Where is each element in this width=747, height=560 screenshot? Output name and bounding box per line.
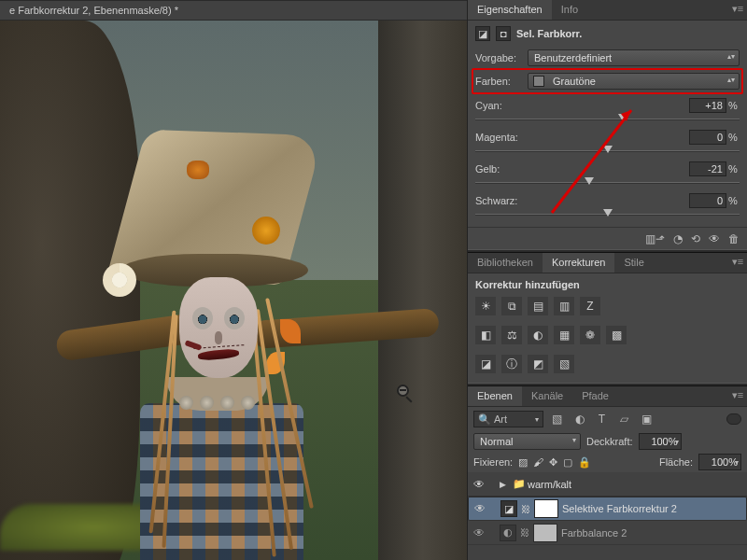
preset-label: Vorgabe: <box>475 52 522 63</box>
adjustment-preset-button[interactable]: ❁ <box>580 326 600 344</box>
filter-smart-icon[interactable]: ▣ <box>639 411 655 427</box>
swatch-icon <box>533 76 544 87</box>
slider-track[interactable] <box>475 113 740 126</box>
adjustment-preset-button[interactable]: ◧ <box>475 326 496 344</box>
adjustment-preset-button[interactable]: ⓘ <box>501 355 522 373</box>
adjustment-preset-button[interactable]: ▩ <box>606 326 627 344</box>
adjust-icon: ◐ <box>500 525 516 541</box>
properties-footer: ▥⬏ ◔ ⟲ 👁 🗑 <box>468 227 747 249</box>
visibility-icon[interactable]: 👁 <box>472 526 486 539</box>
tab-paths[interactable]: Pfade <box>572 386 618 406</box>
lock-label: Fixieren: <box>473 456 513 468</box>
colors-label: Farben: <box>475 76 522 87</box>
adjustment-preset-button[interactable]: ⧉ <box>501 297 522 315</box>
tab-styles[interactable]: Stile <box>614 253 653 273</box>
tab-libraries[interactable]: Bibliotheken <box>468 253 543 273</box>
layer-mask-thumb[interactable] <box>534 499 558 518</box>
clip-to-layer-button[interactable]: ▥⬏ <box>645 232 665 245</box>
filter-type-icon[interactable]: T <box>594 411 611 427</box>
adjustment-preset-button[interactable]: ▧ <box>554 355 574 373</box>
layer-mask-thumb[interactable] <box>533 524 557 542</box>
disclosure-icon[interactable]: ▶ <box>500 480 509 489</box>
tab-properties[interactable]: Eigenschaften <box>468 0 552 20</box>
colors-select[interactable]: Grautöne▴▾ <box>528 73 740 90</box>
folder-icon: 📁 <box>513 478 524 490</box>
tab-layers[interactable]: Ebenen <box>468 386 522 406</box>
blend-mode-select[interactable]: Normal▾ <box>473 433 581 450</box>
fill-input[interactable]: 100%▾ <box>698 454 741 470</box>
lock-artboard-icon[interactable]: ▢ <box>563 456 572 469</box>
add-adjustment-label: Korrektur hinzufügen <box>475 279 740 290</box>
layer-row[interactable]: 👁 ◐ ⛓ Farbbalance 2 <box>468 521 747 545</box>
mask-icon[interactable]: ◘ <box>496 26 511 41</box>
slider-thumb[interactable] <box>603 209 613 217</box>
filter-toggle[interactable] <box>726 413 741 425</box>
panel-menu-icon[interactable]: ▾≡ <box>728 253 747 273</box>
visibility-icon[interactable]: 👁 <box>472 502 487 515</box>
previous-state-button[interactable]: ◔ <box>673 232 683 245</box>
tab-channels[interactable]: Kanäle <box>522 386 572 406</box>
adjustment-preset-button[interactable]: ▥ <box>554 297 574 315</box>
slider-label: Schwarz: <box>475 195 689 206</box>
fill-label: Fläche: <box>659 456 693 468</box>
opacity-input[interactable]: 100%▾ <box>639 433 682 450</box>
tab-adjustments[interactable]: Korrekturen <box>543 253 614 273</box>
adjustment-preset-button[interactable]: ◩ <box>528 355 548 373</box>
layer-name[interactable]: Selektive Farbkorrektur 2 <box>562 503 742 514</box>
panels-column: Eigenschaften Info ▾≡ ◪ ◘ Sel. Farbkorr.… <box>467 0 747 560</box>
layer-filter-bar: 🔍Art▾ ▧ ◐ T ▱ ▣ <box>468 407 747 431</box>
slider-track[interactable] <box>475 145 740 158</box>
document-area: e Farbkorrektur 2, Ebenenmaske/8) * <box>0 0 467 560</box>
slider-thumb[interactable] <box>603 146 613 153</box>
layer-filter-select[interactable]: 🔍Art▾ <box>473 411 543 427</box>
visibility-toggle[interactable]: 👁 <box>709 232 720 245</box>
lock-all-icon[interactable]: 🔒 <box>578 456 591 469</box>
reset-button[interactable]: ⟲ <box>691 232 700 245</box>
panel-menu-icon[interactable]: ▾≡ <box>728 0 747 20</box>
lock-position-icon[interactable]: ✥ <box>549 456 557 469</box>
layer-adjustment-row[interactable]: 👁 ◪ ⛓ Selektive Farbkorrektur 2 <box>468 497 747 521</box>
adjustment-preset-button[interactable]: ☀ <box>475 297 496 315</box>
delete-button[interactable]: 🗑 <box>728 232 740 245</box>
canvas[interactable] <box>0 21 467 560</box>
lock-brush-icon[interactable]: 🖌 <box>533 456 543 468</box>
visibility-icon[interactable]: 👁 <box>472 478 486 491</box>
layers-tabbar: Ebenen Kanäle Pfade ▾≡ <box>468 386 747 407</box>
panel-menu-icon[interactable]: ▾≡ <box>728 386 747 406</box>
slider-value-input[interactable]: 0 <box>689 193 726 208</box>
slider-thumb[interactable] <box>585 177 594 185</box>
tab-info[interactable]: Info <box>552 0 587 20</box>
slider-value-input[interactable]: 0 <box>689 130 726 145</box>
slider-track[interactable] <box>475 176 740 189</box>
document-tab[interactable]: e Farbkorrektur 2, Ebenenmaske/8) * <box>0 0 467 21</box>
slider-label: Cyan: <box>475 100 689 111</box>
layer-name[interactable]: warm/kalt <box>528 479 743 490</box>
filter-shape-icon[interactable]: ▱ <box>616 411 633 427</box>
slider-value-input[interactable]: +18 <box>689 98 726 113</box>
slider-value-input[interactable]: -21 <box>689 161 726 176</box>
adjustment-preset-button[interactable]: ▦ <box>554 326 574 344</box>
preset-select[interactable]: Benutzerdefiniert▴▾ <box>528 49 740 66</box>
adjustments-panel: Korrektur hinzufügen ☀⧉▤▥Z ◧⚖◐▦❁▩ ◪ⓘ◩▧ <box>468 273 747 383</box>
zoom-out-cursor-icon <box>397 385 416 403</box>
slider-track[interactable] <box>475 208 740 221</box>
adjustment-preset-button[interactable]: ◪ <box>475 355 496 373</box>
properties-panel: ◪ ◘ Sel. Farbkorr. Vorgabe: Benutzerdefi… <box>468 21 747 227</box>
selective-color-icon: ◪ <box>500 500 517 517</box>
filter-adjust-icon[interactable]: ◐ <box>571 411 588 427</box>
adjustment-title: Sel. Farbkorr. <box>516 28 582 39</box>
adjustment-preset-button[interactable]: ▤ <box>528 297 548 315</box>
layer-list[interactable]: 👁 ▶ 📁 warm/kalt 👁 ◪ ⛓ Selektive Farbkorr… <box>468 472 747 560</box>
properties-tabbar: Eigenschaften Info ▾≡ <box>468 0 747 21</box>
layer-name[interactable]: Farbbalance 2 <box>561 527 743 539</box>
adjustment-preset-button[interactable]: ◐ <box>528 326 548 344</box>
slider-label: Gelb: <box>475 163 689 175</box>
link-icon[interactable]: ⛓ <box>521 504 530 514</box>
filter-pixel-icon[interactable]: ▧ <box>549 411 566 427</box>
selective-color-icon: ◪ <box>475 26 490 41</box>
adjustment-preset-button[interactable]: Z <box>580 297 600 315</box>
lock-pixels-icon[interactable]: ▨ <box>518 456 528 469</box>
layer-group-row[interactable]: 👁 ▶ 📁 warm/kalt <box>468 472 747 497</box>
adjustment-preset-button[interactable]: ⚖ <box>501 326 522 344</box>
slider-thumb[interactable] <box>618 114 627 121</box>
